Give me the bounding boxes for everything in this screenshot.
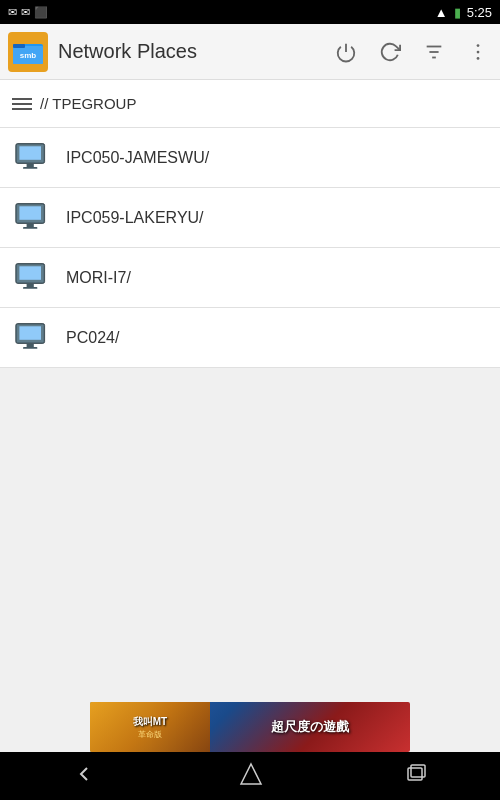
- back-button[interactable]: [72, 762, 96, 791]
- svg-rect-2: [13, 44, 25, 48]
- smb-icon-svg: smb: [12, 36, 44, 68]
- gmail-icon2: ✉: [21, 6, 30, 19]
- svg-text:smb: smb: [20, 51, 37, 60]
- recents-button[interactable]: [406, 763, 428, 790]
- svg-rect-32: [411, 765, 425, 777]
- svg-rect-12: [19, 146, 41, 160]
- ad-text: 超尺度の遊戲: [271, 718, 349, 736]
- computer-icon-1: [12, 138, 52, 178]
- svg-point-7: [477, 44, 480, 47]
- item-label-2: IPC059-LAKERYU/: [66, 209, 204, 227]
- list-item[interactable]: MORI-I7/: [0, 248, 500, 308]
- svg-rect-28: [27, 343, 34, 347]
- status-bar: ✉ ✉ ⬛ ▲ ▮ 5:25: [0, 0, 500, 24]
- network-places-list: IPC050-JAMESWU/ IPC059-LAKERYU/ MORI-I7/: [0, 128, 500, 368]
- svg-rect-19: [23, 227, 37, 229]
- ad-left: 我叫MT 革命版: [90, 702, 210, 752]
- svg-rect-17: [19, 206, 41, 220]
- item-label-1: IPC050-JAMESWU/: [66, 149, 209, 167]
- item-label-3: MORI-I7/: [66, 269, 131, 287]
- app-title: Network Places: [58, 40, 322, 63]
- status-bar-left: ✉ ✉ ⬛: [8, 6, 48, 19]
- menu-icon[interactable]: [12, 98, 32, 110]
- svg-rect-29: [23, 347, 37, 349]
- home-button[interactable]: [239, 762, 263, 791]
- filter-button[interactable]: [420, 38, 448, 66]
- status-bar-right: ▲ ▮ 5:25: [435, 5, 492, 20]
- battery-icon: ▮: [454, 5, 461, 20]
- svg-rect-24: [23, 287, 37, 289]
- breadcrumb-text: // TPEGROUP: [40, 95, 136, 112]
- svg-rect-23: [27, 283, 34, 287]
- nav-bar: [0, 752, 500, 800]
- svg-point-8: [477, 50, 480, 53]
- svg-rect-14: [23, 167, 37, 169]
- ad-right: 超尺度の遊戲: [210, 714, 410, 740]
- notification-icon: ⬛: [34, 6, 48, 19]
- app-bar-actions: [332, 38, 492, 66]
- time-display: 5:25: [467, 5, 492, 20]
- power-button[interactable]: [332, 38, 360, 66]
- svg-point-9: [477, 57, 480, 60]
- item-label-4: PC024/: [66, 329, 119, 347]
- list-item[interactable]: IPC059-LAKERYU/: [0, 188, 500, 248]
- svg-rect-18: [27, 223, 34, 227]
- svg-rect-13: [27, 163, 34, 167]
- app-bar: smb Network Places: [0, 24, 500, 80]
- svg-rect-31: [408, 768, 422, 780]
- computer-icon-3: [12, 258, 52, 298]
- more-button[interactable]: [464, 38, 492, 66]
- computer-icon-4: [12, 318, 52, 358]
- svg-marker-30: [241, 764, 261, 784]
- list-item[interactable]: IPC050-JAMESWU/: [0, 128, 500, 188]
- computer-icon-2: [12, 198, 52, 238]
- svg-rect-22: [19, 266, 41, 280]
- refresh-button[interactable]: [376, 38, 404, 66]
- app-icon: smb: [8, 32, 48, 72]
- gmail-icon: ✉: [8, 6, 17, 19]
- ad-banner[interactable]: 我叫MT 革命版 超尺度の遊戲: [90, 702, 410, 752]
- svg-rect-27: [19, 326, 41, 340]
- wifi-icon: ▲: [435, 5, 448, 20]
- list-item[interactable]: PC024/: [0, 308, 500, 368]
- breadcrumb: // TPEGROUP: [0, 80, 500, 128]
